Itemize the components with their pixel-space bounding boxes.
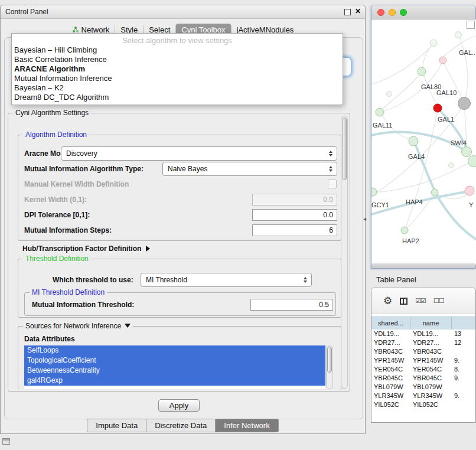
- aracne-mode-select[interactable]: Discovery: [61, 146, 337, 161]
- node-label: Y: [469, 201, 473, 208]
- algorithm-definition-title: Algorithm Definition: [23, 131, 89, 139]
- algorithm-popup-list: Bayesian – Hill ClimbingBasic Correlatio…: [12, 45, 343, 102]
- expand-arrow-icon[interactable]: [146, 246, 150, 252]
- tab-discretize-data[interactable]: Discretize Data: [146, 419, 216, 432]
- algorithm-option[interactable]: Bayesian – K2: [12, 83, 343, 93]
- tab-impute-data[interactable]: Impute Data: [87, 419, 146, 432]
- select-all-columns-icon[interactable]: ☑☑: [415, 297, 426, 305]
- desktop: Control Panel ✕ NetworkStyleSelectCyni T…: [0, 0, 476, 450]
- column-header[interactable]: [452, 317, 475, 330]
- gear-icon[interactable]: ⚙: [383, 296, 392, 306]
- which-threshold-select[interactable]: MI Threshold: [141, 273, 312, 287]
- network-node[interactable]: [455, 31, 462, 38]
- deselect-all-columns-icon[interactable]: ☐☐: [433, 297, 444, 305]
- minimize-traffic-light[interactable]: [389, 9, 396, 16]
- column-header[interactable]: shared...: [371, 317, 410, 330]
- table-cell: YLR345W: [371, 392, 410, 400]
- kernel-width-field[interactable]: 0.0: [252, 194, 337, 206]
- node-label: SWI4: [451, 139, 467, 146]
- table-row[interactable]: YBL079WYBL079W: [371, 383, 475, 392]
- network-node[interactable]: [439, 57, 447, 64]
- algorithm-option[interactable]: Basic Correlation Inference: [12, 55, 343, 64]
- algorithm-definition-group: Algorithm Definition Aracne Mode: Discov…: [18, 135, 341, 241]
- network-node[interactable]: [376, 108, 384, 117]
- mi-type-value: Naive Bayes: [163, 165, 326, 173]
- sources-title-text: Sources for Network Inference: [25, 322, 121, 330]
- attribute-item[interactable]: gal4RGexp: [24, 376, 325, 386]
- network-view-window: GAL...GAL80GAL10GAL1GAL11SWI4GAL4GCY1HAP…: [371, 5, 476, 269]
- mi-threshold-group-title: MI Threshold Definition: [30, 288, 107, 296]
- network-canvas[interactable]: GAL...GAL80GAL10GAL1GAL11SWI4GAL4GCY1HAP…: [371, 19, 476, 265]
- table-cell: YER054C: [371, 365, 410, 374]
- network-node[interactable]: [458, 97, 471, 110]
- network-scroll-corner[interactable]: [467, 21, 475, 29]
- attribute-item[interactable]: SelfLoops: [24, 345, 325, 356]
- column-header[interactable]: name: [410, 317, 452, 330]
- network-node[interactable]: [448, 162, 454, 168]
- table-cell: YDL19...: [371, 330, 410, 338]
- table-row[interactable]: YBR043CYBR043C: [371, 347, 475, 356]
- close-traffic-light[interactable]: [377, 9, 384, 16]
- table-cell: YIL052C: [410, 400, 452, 409]
- table-body: YDL19...YDL19...13YDR27...YDR27...12YBR0…: [371, 330, 475, 422]
- column-selector-icon[interactable]: [400, 298, 407, 305]
- mi-threshold-field[interactable]: 0.5: [250, 299, 333, 311]
- hub-definition-toggle[interactable]: Hub/Transcription Factor Definition: [22, 244, 150, 253]
- mi-steps-field[interactable]: 6: [252, 224, 337, 236]
- threshold-definition-title: Threshold Definition: [23, 255, 91, 263]
- sources-group: Sources for Network Inference Data Attri…: [18, 326, 341, 390]
- table-cell: YBR045C: [371, 374, 410, 383]
- network-node[interactable]: [468, 155, 476, 167]
- apply-button[interactable]: Apply: [158, 399, 200, 412]
- control-panel-window: Control Panel ✕ NetworkStyleSelectCyni T…: [0, 5, 366, 434]
- attributes-scrollbar-thumb[interactable]: [327, 347, 332, 373]
- table-row[interactable]: YDL19...YDL19...13: [371, 330, 475, 338]
- dpi-tolerance-label: DPI Tolerance [0,1]:: [24, 211, 90, 219]
- close-icon[interactable]: ✕: [355, 7, 361, 15]
- panel-divider-arrow-icon[interactable]: ◂: [363, 216, 366, 222]
- settings-scrollbar-thumb[interactable]: [342, 118, 347, 180]
- stepper-arrows-icon: [301, 277, 309, 283]
- settings-scrollbar[interactable]: [341, 116, 348, 389]
- float-window-icon[interactable]: [344, 9, 351, 15]
- table-row[interactable]: YIL052CYIL052C: [371, 400, 475, 409]
- network-node[interactable]: [430, 40, 438, 47]
- table-cell: YER054C: [410, 365, 452, 374]
- manual-kernel-checkbox[interactable]: [328, 180, 337, 188]
- data-attributes-label: Data Attributes: [24, 335, 75, 343]
- table-row[interactable]: YPR145WYPR145W9.: [371, 356, 475, 365]
- table-row[interactable]: YBR045CYBR045C9.: [371, 374, 475, 383]
- mi-steps-label: Mutual Information Steps:: [24, 226, 112, 234]
- network-node[interactable]: [465, 186, 475, 196]
- tab-infer-network[interactable]: Infer Network: [216, 419, 278, 432]
- algorithm-option[interactable]: Bayesian – Hill Climbing: [12, 45, 343, 55]
- attribute-item[interactable]: BetweennessCentrality: [24, 366, 325, 376]
- manual-kernel-label: Manual Kernel Width Definition: [24, 180, 129, 188]
- collapse-arrow-icon[interactable]: [125, 324, 131, 328]
- dpi-tolerance-field[interactable]: 0.0: [252, 209, 337, 221]
- table-row[interactable]: YLR345WYLR345W9.: [371, 392, 475, 400]
- network-node[interactable]: [418, 67, 426, 76]
- table-cell: [452, 347, 475, 356]
- algorithm-option[interactable]: Mutual Information Inference: [12, 74, 343, 83]
- network-node[interactable]: [431, 189, 439, 197]
- algorithm-option[interactable]: Dream8 DC_TDC Algorithm: [12, 93, 343, 102]
- table-row[interactable]: YER054CYER054C8.: [371, 365, 475, 374]
- network-node[interactable]: [433, 104, 442, 113]
- attributes-scrollbar[interactable]: [326, 345, 333, 389]
- mi-type-label: Mutual Information Algorithm Type:: [24, 165, 144, 173]
- network-node[interactable]: [386, 91, 392, 97]
- mi-type-select[interactable]: Naive Bayes: [162, 162, 337, 176]
- network-node[interactable]: [409, 136, 419, 146]
- node-label: HAP2: [402, 237, 419, 244]
- restore-window-icon[interactable]: [2, 438, 10, 445]
- zoom-traffic-light[interactable]: [400, 9, 407, 16]
- mi-threshold-group: MI Threshold Definition Mutual Informati…: [24, 292, 336, 316]
- network-node[interactable]: [401, 227, 409, 234]
- attribute-item[interactable]: TopologicalCoefficient: [24, 356, 325, 366]
- table-cell: YIL052C: [371, 400, 410, 409]
- control-panel-titlebar[interactable]: Control Panel ✕: [1, 5, 365, 19]
- algorithm-option[interactable]: ARACNE Algorithm: [12, 64, 343, 74]
- table-row[interactable]: YDR27...YDR27...12: [371, 338, 475, 347]
- network-window-titlebar[interactable]: [371, 5, 475, 19]
